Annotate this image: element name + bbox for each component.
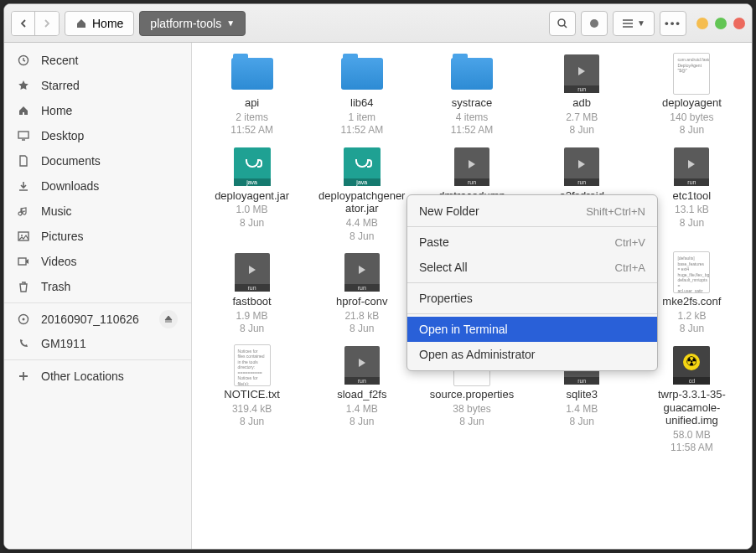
view-mode-button[interactable]: ▼ [613,11,655,36]
music-icon [18,205,31,217]
context-menu-item[interactable]: Select AllCtrl+A [407,255,657,280]
sidebar-mount[interactable]: 20160907_110626 [4,302,191,331]
svg-point-0 [558,19,565,26]
file-item[interactable]: deploypatchgenerator.jar 4.4 MB8 Jun [307,144,417,246]
file-item[interactable]: fastboot 1.9 MB8 Jun [197,250,307,339]
sidebar-item-starred[interactable]: Starred [4,73,191,98]
run-icon [228,253,277,292]
file-meta: 319.4 kB8 Jun [232,403,272,429]
context-menu-item[interactable]: Open as Administrator [407,342,657,367]
file-name: etc1tool [673,189,712,203]
svg-point-8 [23,318,25,320]
sidebar-item-label: Music [41,204,72,218]
context-menu-item[interactable]: PasteCtrl+V [407,230,657,255]
file-item[interactable]: lib64 1 item11:52 AM [307,51,417,141]
sidebar-mount[interactable]: GM1911 [4,331,191,356]
path-current-label: platform-tools [150,17,221,30]
desktop-icon [18,130,31,142]
folder-icon [228,54,277,93]
menu-item-label: Select All [419,261,468,274]
svg-point-5 [21,235,23,236]
home-icon [18,105,31,116]
sidebar-item-recent[interactable]: Recent [4,48,191,73]
folder-icon [338,54,386,93]
path-home[interactable]: Home [65,11,134,36]
txt-icon: com.android.fastdeploy DeployAgent "$@" [667,54,716,93]
txt-icon: Notices for files contained in the tools… [228,346,277,385]
sidebar-item-documents[interactable]: Documents [4,148,191,173]
sidebar-item-label: Downloads [41,179,99,193]
file-name: systrace [452,96,492,110]
minimize-button[interactable] [696,18,708,29]
sidebar-item-downloads[interactable]: Downloads [4,173,191,199]
sidebar-item-desktop[interactable]: Desktop [4,123,191,148]
cd-icon [667,346,716,385]
run-icon [338,253,386,292]
file-item[interactable]: Notices for files contained in the tools… [197,343,307,458]
menu-item-label: New Folder [419,204,479,218]
path-home-label: Home [92,17,123,30]
file-meta: 1 item11:52 AM [340,111,383,137]
sidebar-item-label: GM1911 [41,337,86,350]
file-meta: 13.1 kB8 Jun [675,204,709,230]
file-manager-window: Home platform-tools ▼ ▼ ••• RecentStarre… [3,3,753,550]
menu-item-label: Paste [419,235,449,249]
sidebar-item-videos[interactable]: Videos [4,249,191,274]
maximize-button[interactable] [715,18,727,29]
file-item[interactable]: api 2 items11:52 AM [197,51,307,141]
home-icon [75,18,87,29]
file-meta: 38 bytes8 Jun [453,403,490,429]
file-meta: 1.0 MB8 Jun [236,204,268,230]
file-name: hprof-conv [336,295,387,308]
svg-rect-3 [18,132,28,138]
sidebar-item-label: Other Locations [41,370,124,383]
content-area[interactable]: api 2 items11:52 AM lib64 1 item11:52 AM… [192,43,752,549]
file-meta: 58.0 MB11:58 AM [671,429,713,455]
run-icon [338,346,386,385]
menu-item-shortcut: Ctrl+V [615,236,645,249]
vid-icon [18,256,31,267]
chevron-down-icon: ▼ [226,18,235,28]
view-circle-button[interactable] [581,11,608,36]
run-icon [667,147,716,186]
file-name: deploypatchgenerator.jar [316,189,408,215]
file-meta: 4.4 MB8 Jun [346,217,378,243]
context-menu-item[interactable]: Open in Terminal [407,317,657,342]
file-meta: 1.4 MB8 Jun [346,403,378,429]
file-item[interactable]: systrace 4 items11:52 AM [417,51,526,141]
file-meta: 2 items11:52 AM [230,111,273,137]
path-current[interactable]: platform-tools ▼ [139,11,246,36]
file-name: deployagent [662,96,722,110]
sidebar-item-label: Documents [41,154,101,168]
sidebar-item-label: 20160907_110626 [41,313,139,326]
forward-button[interactable] [35,12,59,35]
back-button[interactable] [12,12,35,35]
file-item[interactable]: sload_f2fs 1.4 MB8 Jun [307,343,417,458]
svg-point-1 [590,19,598,28]
sidebar-item-home[interactable]: Home [4,98,191,123]
file-item[interactable]: deployagent.jar 1.0 MB8 Jun [197,144,307,246]
file-meta: 4 items11:52 AM [451,111,494,137]
menu-separator [407,313,657,314]
search-button[interactable] [549,11,576,36]
file-item[interactable]: com.android.fastdeploy DeployAgent "$@" … [637,51,747,141]
sidebar-item-pictures[interactable]: Pictures [4,224,191,249]
file-meta: 2.7 MB8 Jun [566,111,598,137]
close-button[interactable] [733,18,745,29]
context-menu: New FolderShift+Ctrl+NPasteCtrl+VSelect … [406,194,658,371]
menu-button[interactable]: ••• [660,11,686,36]
sidebar-item-trash[interactable]: Trash [4,274,191,299]
sidebar-other-locations[interactable]: Other Locations [4,359,191,388]
sidebar-item-label: Home [41,104,72,117]
menu-item-label: Properties [419,292,473,305]
file-item[interactable]: hprof-conv 21.8 kB8 Jun [307,250,417,339]
context-menu-item[interactable]: New FolderShift+Ctrl+N [407,199,657,224]
file-item[interactable]: adb 2.7 MB8 Jun [527,51,637,141]
file-name: sqlite3 [566,388,598,401]
eject-button[interactable] [159,310,178,328]
file-meta: 1.2 kB8 Jun [677,310,706,336]
sidebar-item-music[interactable]: Music [4,199,191,224]
file-name: twrp-3.3.1-35-guacamole-unified.img [645,388,738,427]
file-meta: 1.9 MB8 Jun [236,310,268,336]
context-menu-item[interactable]: Properties [407,286,657,311]
